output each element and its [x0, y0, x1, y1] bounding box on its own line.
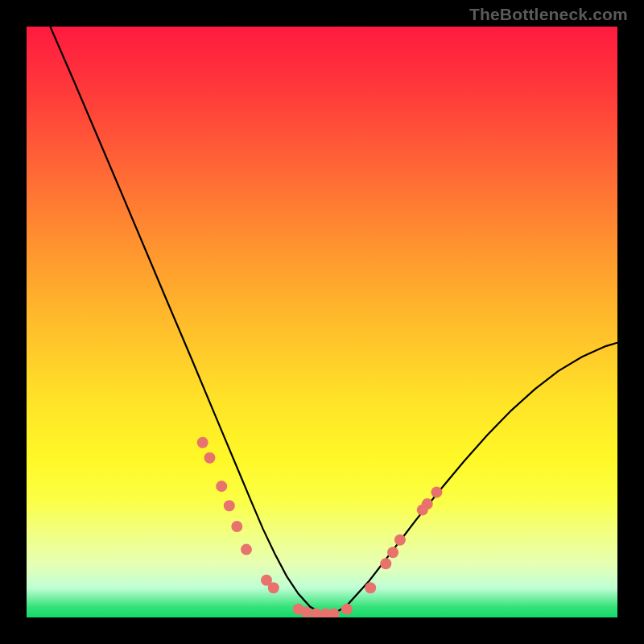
plot-area [27, 27, 617, 617]
data-point-marker [224, 500, 235, 511]
data-point-marker [204, 452, 216, 464]
data-point-marker [328, 609, 340, 617]
data-point-marker [394, 535, 406, 546]
data-point-marker [387, 547, 398, 558]
marker-layer [197, 437, 443, 617]
data-point-marker [241, 544, 252, 555]
data-point-marker [197, 437, 208, 448]
data-point-marker [216, 481, 227, 492]
data-point-marker [422, 498, 433, 510]
data-point-marker [268, 582, 279, 593]
data-point-marker [341, 604, 353, 615]
data-point-marker [380, 558, 391, 569]
data-point-marker [231, 521, 242, 532]
chart-svg [27, 27, 617, 617]
data-point-marker [300, 606, 312, 617]
data-point-marker [431, 486, 442, 497]
data-point-marker [365, 582, 376, 593]
bottleneck-curve [50, 27, 617, 613]
chart-stage: TheBottleneck.com [0, 0, 644, 644]
watermark-text: TheBottleneck.com [469, 5, 628, 24]
